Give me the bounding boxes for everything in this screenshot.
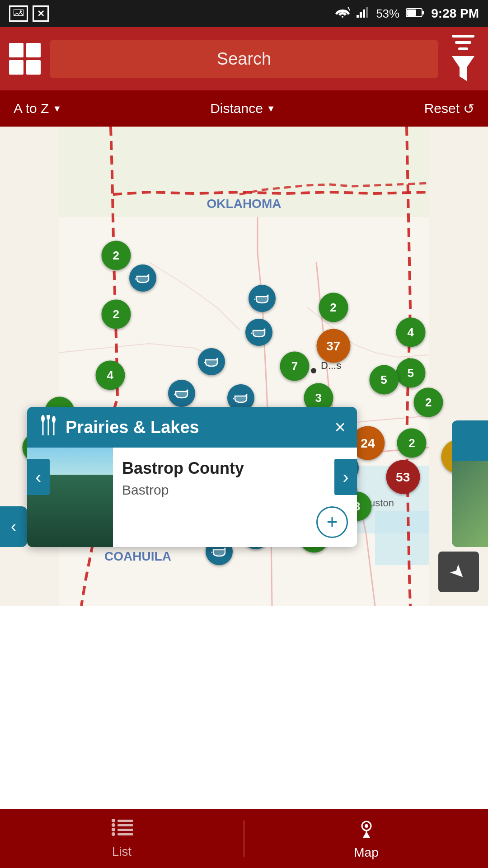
svg-point-39 — [112, 832, 115, 836]
svg-rect-34 — [117, 829, 133, 831]
right-panel-peek[interactable] — [452, 420, 488, 547]
map-marker-m11[interactable]: 5 — [396, 358, 425, 387]
panel-county: Bastrop County — [122, 459, 348, 478]
map-icon — [357, 818, 376, 842]
panel-title-text: Prairies & Lakes — [66, 418, 199, 437]
panel-city: Bastrop — [122, 482, 348, 498]
svg-rect-4 — [357, 15, 359, 18]
svg-rect-32 — [117, 820, 133, 822]
left-arrow-icon: ‹ — [35, 467, 41, 487]
svg-rect-6 — [363, 9, 365, 18]
sort-distance-arrow: ▼ — [267, 104, 276, 114]
map-container[interactable]: OKLAHOMA TEXAS COAHUILA D...s Austin San… — [0, 127, 488, 606]
svg-rect-7 — [366, 7, 368, 18]
map-marker-m12[interactable]: 5 — [369, 365, 399, 395]
location-button[interactable]: ➤ — [438, 552, 479, 592]
svg-line-3 — [348, 7, 350, 10]
filter-button[interactable] — [447, 43, 479, 75]
map-marker-m5[interactable]: 2 — [319, 293, 348, 322]
map-marker-m13[interactable]: 4 — [95, 361, 125, 390]
sort-az-button[interactable]: A to Z ▼ — [14, 101, 61, 116]
nav-map-button[interactable]: Map — [244, 809, 488, 868]
panel-close-button[interactable]: × — [334, 416, 346, 438]
location-icon: ➤ — [446, 559, 472, 585]
search-input[interactable] — [50, 40, 438, 78]
bottom-panel: ‹ Prairies & Lakes × — [27, 407, 357, 547]
map-marker-m3[interactable] — [249, 285, 276, 312]
grid-menu-icon[interactable] — [9, 43, 41, 75]
map-marker-m7[interactable] — [245, 319, 272, 346]
map-marker-m1[interactable]: 2 — [101, 241, 131, 270]
map-marker-m9[interactable]: 7 — [280, 352, 309, 381]
left-peek-arrow: ‹ — [11, 517, 16, 536]
svg-rect-35 — [117, 833, 133, 835]
bottom-nav: List Map — [0, 809, 488, 868]
app-header — [0, 27, 488, 90]
map-marker-m6[interactable]: 4 — [396, 318, 425, 347]
gallery-icon — [9, 5, 28, 22]
reset-button[interactable]: Reset ↺ — [424, 101, 474, 117]
svg-marker-11 — [452, 56, 474, 81]
panel-add-button[interactable]: + — [316, 506, 348, 538]
svg-point-1 — [20, 10, 22, 12]
sort-distance-button[interactable]: Distance ▼ — [210, 101, 276, 116]
status-left-icons: ✕ — [9, 5, 49, 22]
sort-distance-label: Distance — [210, 101, 263, 116]
sort-az-arrow: ▼ — [52, 104, 61, 114]
status-time: 9:28 PM — [431, 6, 479, 21]
map-marker-m10[interactable] — [198, 348, 225, 375]
prairies-lakes-icon — [38, 415, 59, 439]
svg-rect-33 — [117, 824, 133, 826]
map-marker-m14[interactable] — [168, 380, 195, 407]
map-marker-m4[interactable]: 2 — [101, 300, 131, 329]
battery-percent: 53% — [376, 7, 399, 21]
svg-point-2 — [342, 16, 343, 18]
map-marker-m16[interactable]: 2 — [414, 388, 443, 417]
right-arrow-icon: › — [343, 467, 348, 487]
map-marker-m30[interactable]: 53 — [386, 460, 420, 494]
panel-next-button[interactable]: › — [334, 459, 357, 495]
svg-rect-9 — [422, 11, 424, 14]
svg-rect-10 — [407, 9, 416, 16]
svg-point-31 — [52, 416, 56, 423]
map-label: Map — [354, 845, 378, 860]
left-panel-peek[interactable]: ‹ — [0, 506, 27, 547]
panel-title-group: Prairies & Lakes — [38, 415, 199, 439]
panel-prev-button[interactable]: ‹ — [27, 459, 50, 495]
wifi-icon — [335, 7, 350, 20]
map-marker-m8[interactable]: 37 — [316, 329, 350, 363]
svg-point-41 — [365, 824, 368, 828]
svg-point-36 — [112, 819, 115, 822]
svg-point-29 — [47, 415, 50, 420]
reset-icon: ↺ — [463, 101, 474, 117]
svg-point-38 — [112, 828, 115, 831]
map-marker-m24[interactable]: 2 — [397, 429, 427, 458]
map-marker-m2[interactable] — [129, 264, 156, 292]
status-bar: ✕ 53% 9:28 PM — [0, 0, 488, 27]
add-icon: + — [327, 511, 338, 533]
signal-icon — [357, 7, 369, 20]
svg-rect-5 — [360, 12, 362, 18]
svg-point-37 — [112, 823, 115, 827]
close-status-icon[interactable]: ✕ — [33, 5, 49, 22]
list-label: List — [112, 844, 132, 859]
sort-az-label: A to Z — [14, 101, 49, 116]
list-icon — [111, 819, 133, 841]
panel-content: Bastrop County Bastrop — [27, 448, 357, 547]
nav-list-button[interactable]: List — [0, 809, 244, 868]
panel-header: Prairies & Lakes × — [27, 407, 357, 448]
reset-label: Reset — [424, 101, 460, 116]
svg-point-27 — [41, 415, 45, 422]
battery-icon — [406, 7, 424, 20]
sort-bar: A to Z ▼ Distance ▼ Reset ↺ — [0, 90, 488, 127]
